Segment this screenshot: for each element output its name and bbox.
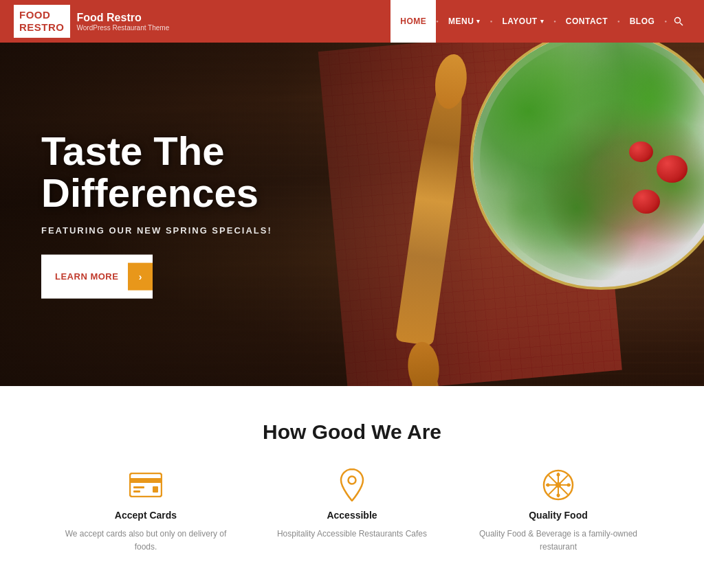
feature-desc-quality: Quality Food & Beverage is a family-owne… [476,528,641,554]
site-name: Food Restro [77,12,170,24]
logo-line1: Food [19,9,65,21]
search-icon [674,16,683,26]
snowflake-icon [540,471,577,499]
plate [470,43,704,290]
features-title: How Good We Are [14,420,690,444]
logo-area: Food Restro Food Restro WordPress Restau… [14,5,169,38]
hero-title: Taste The Differences [41,131,371,214]
cta-arrow: › [128,262,153,290]
svg-point-13 [556,482,561,488]
feature-accessible: Accessible Hospitality Accessible Restau… [270,471,434,554]
nav-item-layout[interactable]: LAYOUT ▾ [492,0,553,43]
layout-caret: ▾ [540,18,544,25]
feature-desc-accessible: Hospitality Accessible Restaurants Cafes [277,528,427,541]
logo-box: Food Restro [14,5,70,38]
logo-line2: Restro [19,21,65,34]
tomato-1 [657,155,688,183]
tomato-2 [632,190,660,214]
svg-rect-4 [133,486,144,488]
location-icon [333,471,371,499]
feature-accept-cards: Accept Cards We accept cards also but on… [63,471,228,554]
learn-more-button[interactable]: Learn More › [41,254,153,298]
spoon-2 [403,343,465,386]
card-icon [127,471,164,499]
logo-text: Food Restro WordPress Restaurant Theme [77,12,170,32]
features-grid: Accept Cards We accept cards also but on… [43,471,661,554]
svg-rect-3 [130,478,162,483]
site-header: Food Restro Food Restro WordPress Restau… [0,0,704,43]
svg-point-15 [557,494,560,497]
svg-line-1 [680,23,683,25]
learn-more-label: Learn More [55,271,118,282]
hero-section: Taste The Differences FEATURING OUR NEW … [0,43,704,386]
hero-subtitle: FEATURING OUR NEW SPRING SPECIALS! [41,225,371,235]
nav-item-blog[interactable]: BLOG [620,0,665,43]
features-section: How Good We Are Accept Cards We accept c… [0,386,704,581]
feature-name-cards: Accept Cards [115,510,177,521]
svg-rect-2 [130,473,162,497]
site-tagline: WordPress Restaurant Theme [77,24,170,32]
svg-point-17 [567,484,571,487]
svg-rect-6 [153,486,158,493]
menu-caret: ▾ [476,18,481,25]
plate-decoration [456,43,704,304]
svg-point-7 [349,477,356,484]
svg-point-0 [675,18,681,23]
hero-content: Taste The Differences FEATURING OUR NEW … [41,131,371,299]
feature-name-accessible: Accessible [327,510,377,521]
svg-point-14 [557,473,560,477]
feature-quality-food: Quality Food Quality Food & Beverage is … [476,471,641,554]
nav-item-menu[interactable]: MENU ▾ [439,0,490,43]
search-button[interactable] [667,16,690,26]
nav-item-home[interactable]: HOME [390,0,436,43]
feature-name-quality: Quality Food [529,510,588,521]
feature-desc-cards: We accept cards also but only on deliver… [63,528,228,554]
tomato-3 [629,142,653,162]
svg-rect-5 [133,490,140,493]
svg-point-16 [547,484,550,487]
main-nav: HOME ● MENU ▾ ● LAYOUT ▾ ● CONTACT ● BLO… [169,0,690,43]
nav-item-contact[interactable]: CONTACT [556,0,617,43]
